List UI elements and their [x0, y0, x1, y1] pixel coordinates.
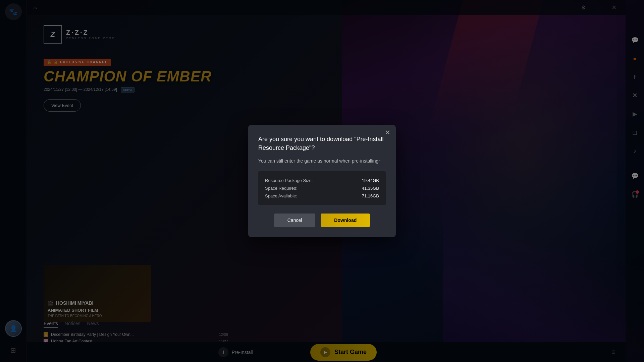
- modal-info-value-required: 41.35GB: [362, 186, 379, 191]
- modal-info-label-available: Space Available:: [265, 193, 297, 198]
- modal-info-label-required: Space Required:: [265, 186, 298, 191]
- modal-info-row-size: Resource Package Size: 19.44GB: [265, 177, 379, 184]
- modal-close-button[interactable]: ✕: [385, 129, 390, 136]
- modal-dialog: ✕ Are you sure you want to download "Pre…: [248, 125, 396, 237]
- modal-info-value-size: 19.44GB: [362, 178, 379, 183]
- modal-title: Are you sure you want to download "Pre-I…: [258, 135, 386, 152]
- modal-info-row-required: Space Required: 41.35GB: [265, 184, 379, 192]
- modal-buttons: Cancel Download: [258, 214, 386, 227]
- modal-info-row-available: Space Available: 71.16GB: [265, 192, 379, 200]
- download-button[interactable]: Download: [321, 214, 370, 227]
- modal-overlay: ✕ Are you sure you want to download "Pre…: [0, 0, 644, 362]
- modal-info-value-available: 71.16GB: [362, 193, 379, 198]
- modal-subtitle: You can still enter the game as normal w…: [258, 158, 386, 165]
- cancel-button[interactable]: Cancel: [274, 214, 316, 227]
- modal-info-box: Resource Package Size: 19.44GB Space Req…: [258, 171, 386, 205]
- modal-info-label-size: Resource Package Size:: [265, 178, 313, 183]
